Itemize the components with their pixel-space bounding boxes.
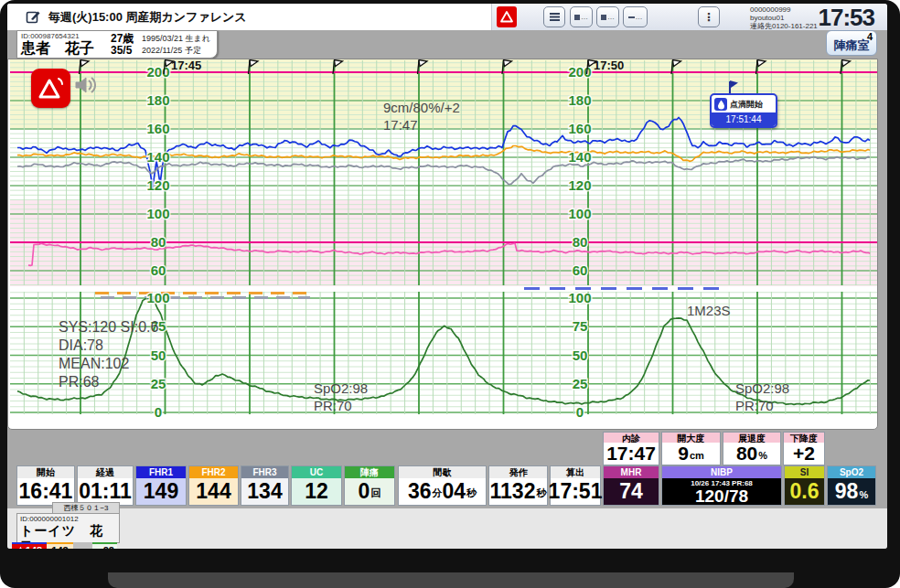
tile-label: MHR (604, 466, 659, 478)
tile-label: 展退度 (723, 433, 780, 443)
tile-value: 1132秒 (489, 478, 547, 505)
tile-内診[interactable]: 内診17:47 (603, 432, 659, 465)
bed-patient-card[interactable]: ID:000000001012 トーイツ 花子 (16, 513, 120, 543)
patient-strip: ID:000987654321 患者 花子 27歳 35/5 1995/03/2… (7, 30, 887, 59)
svg-text:180: 180 (568, 92, 591, 108)
bed-fhr1-cell[interactable]: 148 (12, 542, 47, 549)
menu-button[interactable] (543, 6, 565, 27)
svg-text:50: 50 (573, 347, 588, 363)
tile-label: 下降度 (784, 433, 824, 443)
alarm-button[interactable] (497, 6, 517, 27)
bed-empty-cell (73, 542, 92, 549)
svg-text:60: 60 (151, 262, 166, 278)
svg-text:120: 120 (568, 177, 591, 193)
chart-annotation: SpO2:98 (735, 380, 789, 396)
room-badge[interactable]: 4 陣痛室 (826, 30, 877, 56)
chart-annotation: PR:70 (314, 398, 352, 413)
svg-text:120: 120 (146, 177, 169, 193)
tile-value: +2 (784, 443, 824, 465)
svg-text:100: 100 (146, 290, 169, 305)
tile-下降度[interactable]: 下降度+2 (783, 432, 825, 465)
toolbar-button-1[interactable]: … (570, 6, 593, 27)
schedule-title: 毎週(火)15:00 周産期カンファレンス (48, 9, 247, 26)
tile-label: 間歇 (399, 466, 486, 478)
svg-text:25: 25 (151, 376, 166, 391)
tile-value: 134 (241, 478, 288, 505)
toolbar-button-2[interactable]: … (596, 6, 619, 27)
tile-FHR3[interactable]: FHR3134 (241, 465, 289, 506)
tile-value: 16:41 (17, 478, 74, 505)
event-popup[interactable]: 点滴開始 17:51:44 (710, 93, 777, 128)
tile-label: 発作 (489, 466, 547, 478)
tile-発作[interactable]: 発作1132秒 (488, 465, 548, 506)
tile-MHR[interactable]: MHR74 (603, 465, 659, 506)
tile-UC[interactable]: UC12 (291, 465, 342, 506)
tile-label: 算出 (551, 466, 600, 478)
alarm-triangle-icon (16, 547, 25, 550)
tile-開大度[interactable]: 開大度9cm (661, 432, 721, 465)
toolbar-button-3[interactable]: … (623, 6, 648, 27)
tile-value: 01:11 (78, 478, 133, 505)
tile-value: 9cm (662, 443, 720, 465)
tile-label: SI (785, 466, 824, 478)
tile-SI[interactable]: SI0.6 (784, 465, 825, 506)
tile-value: 149 (136, 478, 186, 505)
tile-FHR1[interactable]: FHR1149 (135, 465, 187, 506)
tile-value: 0回 (345, 478, 394, 505)
tile-value: 17:51 (551, 478, 600, 505)
svg-text:180: 180 (146, 92, 169, 108)
tile-label: FHR3 (241, 466, 288, 478)
chart-annotation: MEAN:102 (59, 356, 129, 371)
tile-開始[interactable]: 開始16:41 (16, 465, 75, 506)
tile-value: 12 (292, 478, 341, 505)
svg-text:140: 140 (568, 149, 591, 165)
patient-card[interactable]: ID:000987654321 患者 花子 27歳 35/5 1995/03/2… (16, 30, 218, 59)
ctg-chart-panel[interactable]: 2001801601401201008060100755025020018016… (7, 59, 878, 430)
bed-fhr2-cell[interactable]: 143 (47, 542, 73, 549)
hamburger-icon (549, 12, 561, 22)
tile-経過[interactable]: 経過01:11 (77, 465, 134, 506)
tile-SpO2[interactable]: SpO298% (827, 465, 876, 506)
svg-text:60: 60 (573, 262, 588, 278)
monitor-stand (108, 572, 794, 588)
svg-text:160: 160 (568, 121, 591, 136)
tile-label: 開大度 (662, 433, 720, 443)
tile-FHR2[interactable]: FHR2144 (188, 465, 239, 506)
patient-birth: 1995/03/21 生まれ (142, 33, 210, 45)
more-button[interactable]: ⋮ (698, 6, 720, 27)
tile-value: 10/26 17:43 PR:68120/78 (662, 478, 781, 505)
tile-value: 0.6 (785, 478, 824, 505)
tile-label: 内診 (604, 433, 659, 443)
room-name: 陣痛室 (827, 37, 876, 54)
svg-text:0: 0 (576, 404, 584, 420)
event-label: 点滴開始 (730, 99, 763, 111)
chart-alarm-icon[interactable] (31, 69, 70, 108)
schedule-title-tab[interactable]: 毎週(火)15:00 周産期カンファレンス (7, 4, 492, 30)
monitor-bezel: 毎週(火)15:00 周産期カンファレンス … … … ⋮ 0000000999… (0, 0, 900, 588)
tile-label: UC (292, 466, 341, 478)
svg-text:50: 50 (151, 347, 166, 363)
bed-uc-cell[interactable]: 22 (92, 542, 117, 549)
chart-annotation: PR:70 (735, 398, 774, 413)
tile-label: 陣痛 (345, 466, 394, 478)
tile-NIBP[interactable]: NIBP10/26 17:43 PR:68120/78 (661, 465, 782, 506)
bed-patient-id: ID:000000001012 (20, 515, 116, 523)
svg-text:0: 0 (155, 404, 162, 420)
svg-text:80: 80 (151, 234, 166, 250)
chart-annotation: SYS:120 SI:0.6 (59, 319, 159, 335)
patient-due: 2022/11/25 予定 (142, 45, 201, 57)
chart-annotation: DIA:78 (59, 337, 103, 353)
tile-展退度[interactable]: 展退度80% (723, 432, 781, 465)
svg-text:75: 75 (573, 318, 588, 334)
tile-陣痛[interactable]: 陣痛0回 (344, 465, 395, 506)
tile-value: 17:47 (604, 443, 659, 465)
bed-mini-values: 148 143 22 (12, 542, 117, 549)
svg-text:160: 160 (146, 121, 169, 136)
screen: 毎週(火)15:00 周産期カンファレンス … … … ⋮ 0000000999… (7, 4, 887, 549)
patient-weeks: 35/5 (111, 45, 132, 57)
tile-label: FHR2 (189, 466, 238, 478)
tile-間歇[interactable]: 間歇36分04秒 (398, 465, 487, 506)
tile-算出[interactable]: 算出17:51 (550, 465, 601, 506)
event-time: 17:51:44 (712, 112, 776, 126)
tile-label: 経過 (78, 466, 133, 478)
